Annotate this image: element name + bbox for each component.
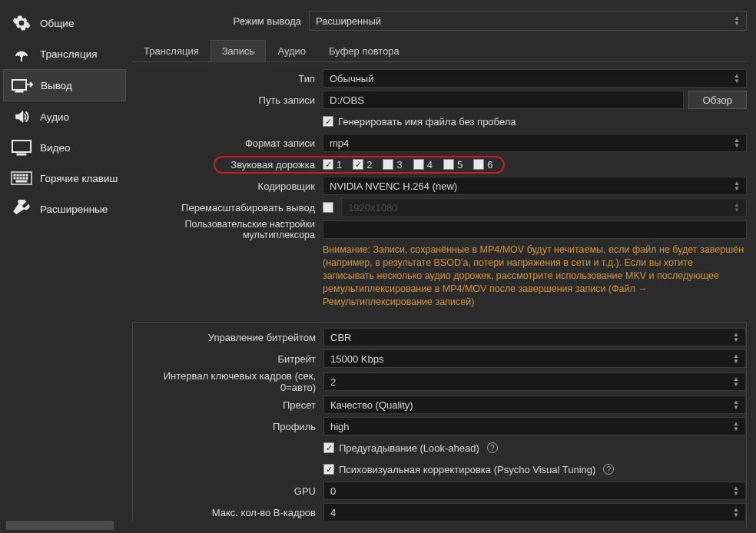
encoder-label: Кодировщик <box>132 180 323 192</box>
rescale-checkbox[interactable] <box>323 202 333 213</box>
app-root: Общие Трансляция Вывод Аудио Видео Горяч… <box>0 0 756 533</box>
output-icon <box>12 76 33 94</box>
gen-filename-checkbox[interactable]: ✓ <box>323 116 333 127</box>
sidebar-label: Общие <box>40 18 74 29</box>
mp4-warning: Внимание: Записи, сохранённые в MP4/MOV … <box>323 242 747 308</box>
svg-rect-13 <box>17 177 18 179</box>
broadcast-icon <box>11 45 32 63</box>
monitor-icon <box>11 138 32 157</box>
tools-icon <box>11 200 32 218</box>
tab-audio[interactable]: Аудио <box>266 40 317 61</box>
chevron-updown-icon: ▲▼ <box>733 332 739 343</box>
track-3-checkbox[interactable] <box>383 159 393 170</box>
svg-rect-7 <box>14 174 15 176</box>
track-5-checkbox[interactable] <box>443 159 454 170</box>
rescale-label: Перемасштабировать вывод <box>132 202 323 214</box>
keyboard-icon <box>11 169 32 187</box>
gpu-label: GPU <box>133 485 323 497</box>
tab-record[interactable]: Запись <box>211 40 267 62</box>
tab-replay[interactable]: Буфер повтора <box>317 40 411 61</box>
sidebar-scrollbar[interactable] <box>3 521 745 530</box>
help-icon[interactable]: ? <box>487 442 498 453</box>
encoder-select[interactable]: NVIDIA NVENC H.264 (new) ▲▼ <box>323 177 747 195</box>
sidebar-item-output[interactable]: Вывод <box>3 69 126 101</box>
rescale-select[interactable]: 1920x1080 ▲▼ <box>341 198 747 217</box>
chevron-updown-icon: ▲▼ <box>734 73 740 84</box>
svg-rect-14 <box>20 177 22 179</box>
browse-button[interactable]: Обзор <box>688 91 748 109</box>
profile-select[interactable]: high ▲▼ <box>323 417 746 435</box>
rc-label: Управление битрейтом <box>133 332 323 343</box>
svg-rect-5 <box>17 154 26 155</box>
gpu-spinbox[interactable]: 0 ▲▼ <box>323 482 746 500</box>
speaker-icon <box>11 108 32 126</box>
lookahead-checkbox[interactable]: ✓ <box>323 442 334 453</box>
chevron-updown-icon: ▲▼ <box>734 180 740 191</box>
output-tabs: Трансляция Запись Аудио Буфер повтора <box>132 40 747 62</box>
lookahead-label: Предугадывание (Look-ahead) <box>339 442 479 454</box>
tab-stream[interactable]: Трансляция <box>132 40 211 61</box>
preset-label: Пресет <box>133 399 323 411</box>
svg-rect-4 <box>12 141 31 152</box>
profile-label: Профиль <box>133 421 323 432</box>
svg-rect-15 <box>23 177 25 179</box>
sidebar-item-advanced[interactable]: Расширенные <box>3 194 126 224</box>
path-label: Путь записи <box>132 94 323 106</box>
keyint-label: Интервал ключевых кадров (сек, 0=авто) <box>133 370 323 393</box>
svg-rect-17 <box>16 180 27 182</box>
sidebar-item-audio[interactable]: Аудио <box>3 101 126 132</box>
sidebar: Общие Трансляция Вывод Аудио Видео Горяч… <box>3 3 126 530</box>
chevron-updown-icon: ▲▼ <box>734 15 740 26</box>
sidebar-item-general[interactable]: Общие <box>3 8 126 38</box>
track-1-checkbox[interactable]: ✓ <box>323 159 333 170</box>
svg-rect-9 <box>20 174 22 176</box>
tracks-label: Звуковая дорожка <box>132 159 323 170</box>
track-4-checkbox[interactable] <box>413 159 424 170</box>
bitrate-label: Битрейт <box>133 353 323 365</box>
svg-rect-8 <box>17 174 18 176</box>
encoder-settings-panel: Управление битрейтом CBR ▲▼ Битрейт 1500… <box>132 322 747 528</box>
keyint-spinbox[interactable]: 2 ▲▼ <box>323 372 746 391</box>
bframes-spinbox[interactable]: 4 ▲▼ <box>323 503 746 521</box>
chevron-updown-icon: ▲▼ <box>733 507 739 518</box>
sidebar-label: Трансляция <box>40 48 97 60</box>
type-select[interactable]: Обычный ▲▼ <box>323 69 747 88</box>
chevron-updown-icon: ▲▼ <box>733 376 739 387</box>
svg-rect-2 <box>12 80 26 90</box>
record-form: Тип Обычный ▲▼ Путь записи Обзор <box>132 68 747 308</box>
sidebar-label: Аудио <box>40 111 69 123</box>
track-6-checkbox[interactable] <box>473 159 484 170</box>
rc-select[interactable]: CBR ▲▼ <box>323 328 746 346</box>
svg-rect-3 <box>15 91 23 92</box>
type-label: Тип <box>132 73 323 84</box>
sidebar-item-hotkeys[interactable]: Горячие клавиш <box>3 163 126 194</box>
sidebar-label: Расширенные <box>40 204 108 215</box>
path-input[interactable] <box>323 91 684 109</box>
svg-rect-16 <box>26 177 28 179</box>
mux-input[interactable] <box>323 220 747 239</box>
preset-select[interactable]: Качество (Quality) ▲▼ <box>323 396 746 414</box>
track-2-checkbox[interactable]: ✓ <box>353 159 363 170</box>
svg-rect-11 <box>26 174 28 176</box>
scrollbar-thumb[interactable] <box>6 521 114 530</box>
mux-label: Пользовательские настройки мультиплексор… <box>132 219 323 240</box>
gear-icon <box>11 14 32 32</box>
sidebar-item-stream[interactable]: Трансляция <box>3 38 126 69</box>
main-panel: Режим вывода Расширенный ▲▼ Трансляция З… <box>126 3 753 530</box>
psycho-checkbox[interactable]: ✓ <box>323 464 334 475</box>
sidebar-label: Вывод <box>41 80 72 91</box>
help-icon[interactable]: ? <box>603 464 614 475</box>
sidebar-label: Видео <box>40 142 70 154</box>
gen-filename-label: Генерировать имя файла без пробела <box>338 116 516 127</box>
psycho-label: Психовизуальная корректировка (Psycho Vi… <box>339 464 595 475</box>
chevron-updown-icon: ▲▼ <box>734 202 740 213</box>
chevron-updown-icon: ▲▼ <box>733 485 739 496</box>
output-mode-select[interactable]: Расширенный ▲▼ <box>309 11 747 31</box>
bitrate-spinbox[interactable]: 15000 Kbps ▲▼ <box>323 349 746 368</box>
chevron-updown-icon: ▲▼ <box>733 421 739 432</box>
chevron-updown-icon: ▲▼ <box>733 353 739 364</box>
format-select[interactable]: mp4 ▲▼ <box>323 134 747 152</box>
sidebar-label: Горячие клавиш <box>40 173 118 184</box>
output-mode-label: Режим вывода <box>171 15 309 27</box>
sidebar-item-video[interactable]: Видео <box>3 132 126 163</box>
